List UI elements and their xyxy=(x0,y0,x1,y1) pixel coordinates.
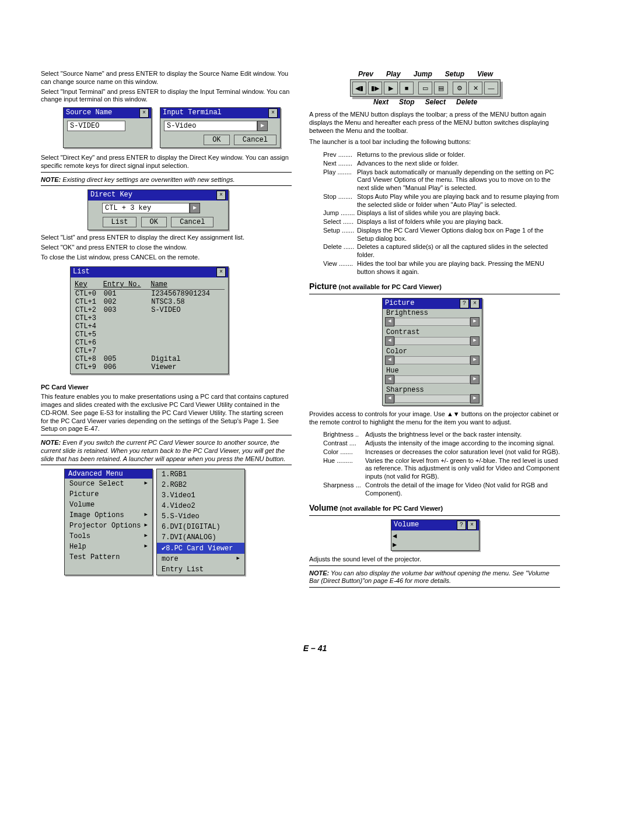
slider-right-icon[interactable]: ▶ xyxy=(470,336,480,346)
slider-right-icon[interactable]: ▶ xyxy=(470,394,480,403)
slider-left-icon[interactable]: ◀ xyxy=(385,336,394,346)
submenu-item[interactable]: ✔8.PC Card Viewer xyxy=(157,543,244,554)
definition-row: Play ........ Plays back automatically o… xyxy=(323,168,560,192)
picture-heading: Picture (not available for PC Card Viewe… xyxy=(309,282,560,292)
submenu-item[interactable]: 4.Video2 xyxy=(157,501,244,511)
toolbar-button[interactable]: ■ xyxy=(400,82,414,94)
definition-row: Prev ........ Returns to the previous sl… xyxy=(323,151,560,159)
ok-button[interactable]: OK xyxy=(141,217,167,227)
toolbar-button[interactable]: ▭ xyxy=(418,82,432,94)
window-title: Source Name xyxy=(66,108,112,118)
col-key: Key xyxy=(74,280,103,290)
slider-right-icon[interactable]: ▶ xyxy=(393,541,397,549)
help-icon[interactable]: ? xyxy=(460,299,469,308)
menu-item[interactable]: Help▶ xyxy=(65,542,152,552)
toolbar-button[interactable]: — xyxy=(484,82,498,94)
menu-item[interactable]: Tools▶ xyxy=(65,531,152,542)
slider[interactable] xyxy=(394,375,470,384)
menu-item[interactable]: Source Select▶ xyxy=(65,479,152,489)
menu-title: Advanced Menu xyxy=(65,469,152,479)
slider-left-icon[interactable]: ◀ xyxy=(385,394,394,403)
ok-button[interactable]: OK xyxy=(204,135,229,145)
menu-item[interactable]: Picture xyxy=(65,489,152,500)
toolbar-label: Prev xyxy=(358,70,373,78)
pc-card-viewer-heading: PC Card Viewer xyxy=(41,384,292,392)
table-row: CTL+2003S-VIDEO xyxy=(74,306,225,314)
submenu-item[interactable]: 5.S-Video xyxy=(157,511,244,522)
dropdown-arrow-icon[interactable]: ▶ xyxy=(190,203,200,213)
toolbar-button[interactable]: ▶ xyxy=(384,82,398,94)
cancel-button[interactable]: Cancel xyxy=(234,135,276,145)
toolbar-button[interactable]: ✕ xyxy=(468,82,482,94)
toolbar-button[interactable]: ▤ xyxy=(434,82,448,94)
close-icon[interactable]: × xyxy=(467,521,477,530)
direct-key-select[interactable]: CTL + 3 key xyxy=(102,203,190,213)
definition-row: Delete ...... Deletes a captured slide(s… xyxy=(323,243,560,259)
definition-row: View ........ Hides the tool bar while y… xyxy=(323,260,560,276)
menu-item[interactable]: Image Options▶ xyxy=(65,510,152,521)
slider-left-icon[interactable]: ◀ xyxy=(385,375,394,384)
dropdown-arrow-icon[interactable]: ▶ xyxy=(257,121,268,131)
advanced-menu[interactable]: Advanced Menu Source Select▶PictureVolum… xyxy=(64,469,153,575)
close-icon[interactable]: × xyxy=(470,299,480,308)
input-terminal-select[interactable]: S-Video xyxy=(164,121,257,131)
close-icon[interactable]: × xyxy=(216,268,226,277)
para: Select "Input Terminal" and press ENTER … xyxy=(41,88,292,104)
slider-right-icon[interactable]: ▶ xyxy=(470,375,480,384)
note: NOTE: You can also display the volume ba… xyxy=(309,570,560,586)
toolbar-button[interactable]: ▮▶ xyxy=(368,82,382,94)
help-icon[interactable]: ? xyxy=(457,521,466,530)
picture-item: Hue xyxy=(383,367,482,375)
table-row: CTL+5 xyxy=(74,331,225,339)
close-icon[interactable]: × xyxy=(268,108,278,118)
slider[interactable] xyxy=(394,356,470,364)
submenu-item[interactable]: more▶ xyxy=(157,554,244,564)
para: Provides access to controls for your ima… xyxy=(309,410,560,427)
slider-left-icon[interactable]: ◀ xyxy=(385,317,394,326)
definition-row: Stop ........ Stops Auto Play while you … xyxy=(323,193,560,209)
source-name-input[interactable]: S-VIDEO xyxy=(67,121,125,131)
list-window: List × Key Entry No. Name CTL+0001I23456… xyxy=(70,266,229,374)
submenu-item[interactable]: Entry List xyxy=(157,564,244,575)
para: Select "OK" and press ENTER to close the… xyxy=(41,244,292,252)
cancel-button[interactable]: Cancel xyxy=(171,217,214,227)
close-icon[interactable]: × xyxy=(216,191,226,200)
toolbar-label: Delete xyxy=(456,98,477,106)
slider[interactable] xyxy=(394,395,470,403)
toolbar-button[interactable]: ⚙ xyxy=(453,82,467,94)
page-number: E – 41 xyxy=(0,644,630,653)
window-title: Direct Key xyxy=(90,191,132,200)
definition-row: Brightness .. Adjusts the brightness lev… xyxy=(323,431,560,439)
toolbar-label: View xyxy=(477,70,493,78)
menu-item[interactable]: Test Pattern xyxy=(65,552,152,563)
slider-right-icon[interactable]: ▶ xyxy=(470,317,480,326)
source-select-submenu[interactable]: 1.RGB12.RGB23.Video14.Video25.S-Video6.D… xyxy=(156,469,245,575)
list-button[interactable]: List xyxy=(103,217,137,227)
launcher-toolbar: ◀▮▮▶▶■▭▤⚙✕— xyxy=(350,79,501,97)
slider[interactable] xyxy=(394,337,470,345)
close-icon[interactable]: × xyxy=(139,108,149,118)
definition-row: Color ....... Increases or decreases the… xyxy=(323,448,560,456)
toolbar-button[interactable]: ◀▮ xyxy=(352,82,366,94)
para: Select "Source Name" and press ENTER to … xyxy=(41,70,292,86)
picture-item: Color xyxy=(383,347,482,356)
slider-left-icon[interactable]: ◀ xyxy=(385,356,394,365)
submenu-item[interactable]: 7.DVI(ANALOG) xyxy=(157,532,244,543)
picture-item: Contrast xyxy=(383,328,482,336)
definition-row: Setup ....... Displays the PC Card Viewe… xyxy=(323,227,560,243)
col-entry: Entry No. xyxy=(103,280,150,290)
slider-right-icon[interactable]: ▶ xyxy=(470,356,480,365)
menu-item[interactable]: Volume xyxy=(65,500,152,510)
submenu-item[interactable]: 6.DVI(DIGITAL) xyxy=(157,522,244,532)
slider[interactable] xyxy=(394,318,470,326)
menu-item[interactable]: Projector Options▶ xyxy=(65,521,152,531)
slider-left-icon[interactable]: ◀ xyxy=(393,532,397,540)
submenu-item[interactable]: 2.RGB2 xyxy=(157,480,244,490)
submenu-item[interactable]: 3.Video1 xyxy=(157,490,244,501)
toolbar-label: Jump xyxy=(414,70,432,78)
direct-key-table: Key Entry No. Name CTL+0001I234567890123… xyxy=(74,280,225,371)
volume-heading: Volume (not available for PC Card Viewer… xyxy=(309,503,560,514)
note: NOTE: Existing direct key settings are o… xyxy=(41,176,292,184)
definition-row: Next ........ Advances to the next slide… xyxy=(323,160,560,168)
submenu-item[interactable]: 1.RGB1 xyxy=(157,469,244,480)
